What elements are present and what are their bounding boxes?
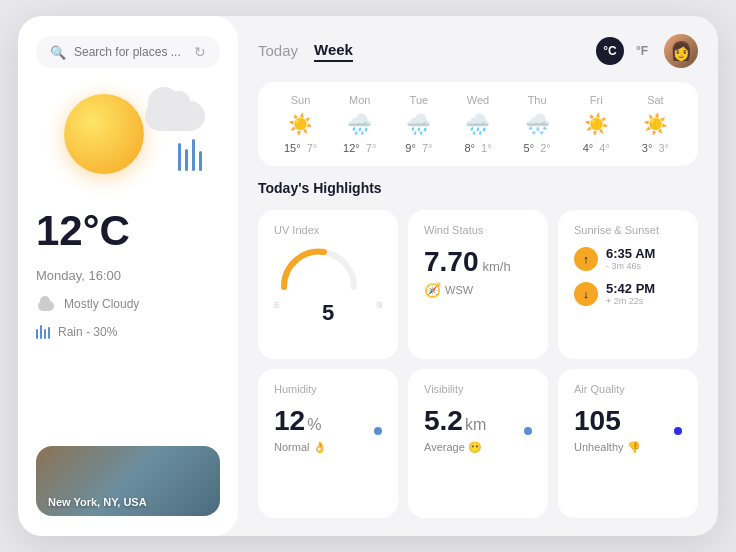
- gauge-labels: 6 5 9: [274, 300, 382, 326]
- day-sat: Sat ☀️ 3° 3°: [629, 94, 682, 154]
- humidity-dot: [374, 427, 382, 435]
- day-icon-wed: 🌧️: [465, 112, 490, 136]
- week-forecast: Sun ☀️ 15° 7° Mon 🌧️ 12° 7° Tue 🌧️ 9° 7°…: [258, 82, 698, 166]
- day-temps-fri: 4° 4°: [583, 142, 610, 154]
- fahrenheit-button[interactable]: °F: [628, 37, 656, 65]
- day-tue: Tue 🌧️ 9° 7°: [392, 94, 445, 154]
- sunrise-time: 6:35 AM: [606, 246, 655, 261]
- air-quality-label: Air Quality: [574, 383, 682, 395]
- air-quality-status: Unhealthy 👎: [574, 441, 682, 454]
- weather-illustration: [36, 84, 220, 194]
- day-temps-wed: 8° 1°: [464, 142, 491, 154]
- tab-today[interactable]: Today: [258, 42, 298, 61]
- tab-week[interactable]: Week: [314, 41, 353, 62]
- temperature-display: 12°C: [36, 210, 220, 252]
- search-input[interactable]: [74, 45, 186, 59]
- humidity-unit: %: [307, 416, 321, 434]
- day-icon-tue: 🌧️: [406, 112, 431, 136]
- wind-label: Wind Status: [424, 224, 532, 236]
- visibility-value: 5.2: [424, 407, 463, 435]
- day-icon-mon: 🌧️: [347, 112, 372, 136]
- sunset-diff: + 2m 22s: [606, 296, 655, 306]
- sunrise-row: ↑ 6:35 AM - 3m 46s: [574, 246, 682, 271]
- sunrise-icon: ↑: [574, 247, 598, 271]
- wind-dir-label: WSW: [445, 284, 473, 296]
- day-name-wed: Wed: [467, 94, 489, 106]
- air-quality-dot: [674, 427, 682, 435]
- compass-icon: 🧭: [424, 282, 441, 298]
- sunrise-info: 6:35 AM - 3m 46s: [606, 246, 655, 271]
- day-temps-mon: 12° 7°: [343, 142, 376, 154]
- day-icon-fri: ☀️: [584, 112, 609, 136]
- air-quality-card: Air Quality 105 Unhealthy 👎: [558, 369, 698, 518]
- visibility-label: Visibility: [424, 383, 532, 395]
- day-icon-sun: ☀️: [288, 112, 313, 136]
- day-temps-tue: 9° 7°: [405, 142, 432, 154]
- unit-toggle: °C °F: [596, 37, 656, 65]
- day-temps-sun: 15° 7°: [284, 142, 317, 154]
- sun-icon: [64, 94, 144, 174]
- uv-index-label: UV Index: [274, 224, 382, 236]
- humidity-status: Normal 👌: [274, 441, 382, 454]
- day-name-mon: Mon: [349, 94, 370, 106]
- uv-index-card: UV Index 6 5 9: [258, 210, 398, 359]
- visibility-dot: [524, 427, 532, 435]
- sunrise-diff: - 3m 46s: [606, 261, 655, 271]
- day-wed: Wed 🌧️ 8° 1°: [451, 94, 504, 154]
- rain-small-icon: [36, 325, 50, 339]
- day-name-sun: Sun: [291, 94, 311, 106]
- uv-value-center: 5: [322, 300, 334, 326]
- highlights-title: Today's Highlights: [258, 180, 698, 196]
- sunset-info: 5:42 PM + 2m 22s: [606, 281, 655, 306]
- condition-row: Mostly Cloudy: [36, 297, 220, 311]
- day-icon-thu: 🌨️: [525, 112, 550, 136]
- day-sun: Sun ☀️ 15° 7°: [274, 94, 327, 154]
- view-tabs: Today Week: [258, 41, 353, 62]
- rain-label: Rain - 30%: [58, 325, 117, 339]
- top-bar: Today Week °C °F 👩: [258, 34, 698, 68]
- air-quality-value: 105: [574, 407, 621, 435]
- left-panel: 🔍 ↻ 12°C Monday, 16:00 Mostly Cloudy: [18, 16, 238, 536]
- day-thu: Thu 🌨️ 5° 2°: [511, 94, 564, 154]
- uv-gauge-svg: [274, 242, 364, 292]
- wind-direction: 🧭 WSW: [424, 282, 532, 298]
- sunrise-card: Sunrise & Sunset ↑ 6:35 AM - 3m 46s ↓ 5:…: [558, 210, 698, 359]
- cloudy-icon: [36, 297, 56, 311]
- day-temps-sat: 3° 3°: [642, 142, 669, 154]
- condition-label: Mostly Cloudy: [64, 297, 139, 311]
- day-fri: Fri ☀️ 4° 4°: [570, 94, 623, 154]
- day-mon: Mon 🌧️ 12° 7°: [333, 94, 386, 154]
- rain-row: Rain - 30%: [36, 325, 220, 339]
- search-icon: 🔍: [50, 45, 66, 60]
- location-label: New York, NY, USA: [48, 496, 147, 508]
- location-background: New York, NY, USA: [36, 446, 220, 516]
- day-icon-sat: ☀️: [643, 112, 668, 136]
- cloud-icon: [140, 89, 210, 131]
- sunrise-label: Sunrise & Sunset: [574, 224, 682, 236]
- sunset-icon: ↓: [574, 282, 598, 306]
- day-temps-thu: 5° 2°: [524, 142, 551, 154]
- avatar[interactable]: 👩: [664, 34, 698, 68]
- gauge-mid: 9: [377, 300, 382, 326]
- search-bar[interactable]: 🔍 ↻: [36, 36, 220, 68]
- humidity-card: Humidity 12 % Normal 👌: [258, 369, 398, 518]
- app-container: 🔍 ↻ 12°C Monday, 16:00 Mostly Cloudy: [18, 16, 718, 536]
- day-name-sat: Sat: [647, 94, 664, 106]
- right-panel: Today Week °C °F 👩 Sun ☀️ 15° 7° Mo: [238, 16, 718, 536]
- top-bar-right: °C °F 👩: [596, 34, 698, 68]
- day-name-tue: Tue: [410, 94, 429, 106]
- rain-icon: [178, 139, 202, 171]
- visibility-card: Visibility 5.2 km Average 😶: [408, 369, 548, 518]
- avatar-image: 👩: [664, 34, 698, 68]
- location-card[interactable]: New York, NY, USA: [36, 446, 220, 516]
- gauge-min: 6: [274, 300, 279, 326]
- wind-value: 7.70: [424, 248, 479, 276]
- refresh-icon[interactable]: ↻: [194, 44, 206, 60]
- day-name-fri: Fri: [590, 94, 603, 106]
- highlights-grid: UV Index 6 5 9 Wind Status 7.70: [258, 210, 698, 518]
- visibility-status: Average 😶: [424, 441, 532, 454]
- visibility-unit: km: [465, 416, 486, 434]
- celsius-button[interactable]: °C: [596, 37, 624, 65]
- sunset-row: ↓ 5:42 PM + 2m 22s: [574, 281, 682, 306]
- wind-unit: km/h: [483, 259, 511, 274]
